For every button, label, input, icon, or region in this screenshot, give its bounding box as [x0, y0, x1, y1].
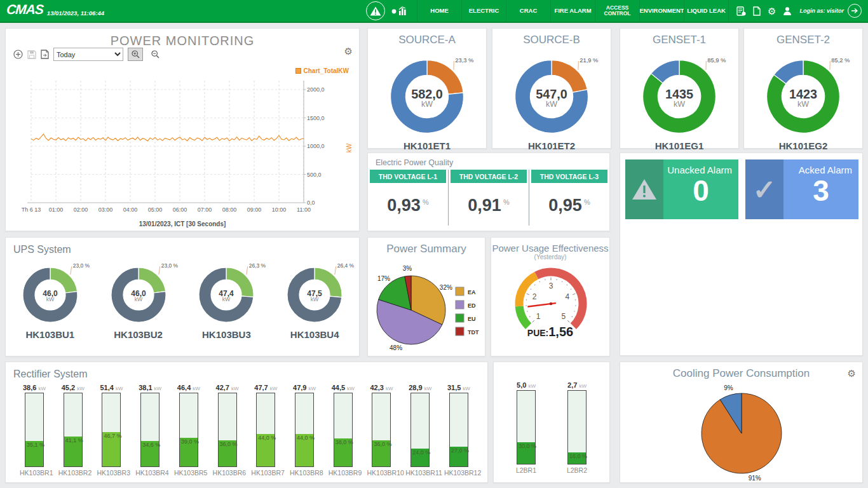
header-icon-group: ⚙	[728, 0, 799, 22]
svg-text:48%: 48%	[390, 344, 402, 351]
bar-gauge: 30,0 %	[517, 390, 536, 464]
warning-triangle-icon	[625, 159, 663, 219]
svg-text:85,9 %: 85,9 %	[707, 57, 726, 64]
bar-percent: 41,1 %	[65, 437, 83, 444]
svg-text:582,0: 582,0	[411, 87, 442, 101]
bar-gauge: 39,0 %	[179, 393, 198, 467]
unacked-alarm-count: 0	[663, 173, 738, 208]
source-b-panel: SOURCE-B 21,9 %547,0kW HK101ET2	[492, 28, 611, 149]
add-circle-icon[interactable]	[13, 50, 23, 59]
bar-percent: 30,0 %	[519, 443, 536, 449]
acked-alarm-card[interactable]: ✓ Acked Alarm 3	[745, 159, 858, 219]
svg-text:08:00: 08:00	[222, 207, 237, 213]
nav-item-electric[interactable]: ELECTRIC	[461, 0, 506, 22]
ups-system-panel: UPS System 23,0 %46,0kW HK103BU1 23,0 %4…	[5, 237, 360, 356]
zoom-in-button[interactable]	[128, 48, 143, 61]
bar-device-label: L2BR2	[562, 466, 592, 474]
svg-text:17%: 17%	[377, 275, 390, 282]
svg-text:2: 2	[532, 292, 537, 301]
svg-text:06:00: 06:00	[173, 207, 187, 213]
bar-device-label: HK103BR7	[251, 469, 280, 477]
bar-percent: 46,7 %	[104, 433, 121, 439]
unacked-alarm-card[interactable]: Unacked Alarm 0	[625, 159, 738, 219]
logout-button[interactable]	[848, 4, 862, 18]
document-icon[interactable]	[753, 6, 761, 16]
bar-kw-value: 38,1 kW	[135, 384, 165, 391]
bar-HK103BR11: 28,9 kW24,0 %HK103BR11	[405, 384, 435, 477]
pue-subtitle: (Yesterday)	[491, 254, 609, 261]
ups-donut-row: 23,0 %46,0kW HK103BU1 23,0 %46,0kW HK103…	[6, 257, 359, 340]
date-range-select[interactable]: Today	[53, 48, 123, 61]
bar-HK103BR5: 46,4 kW39,0 %HK103BR5	[174, 384, 203, 477]
bar-kw-value: 47,7 kW	[251, 384, 280, 391]
bar-HK103BR7: 47,7 kW44,0 %HK103BR7	[251, 384, 280, 477]
thd-l2: THD VOLTAGE L-2 0,91%	[448, 170, 529, 226]
svg-text:3%: 3%	[403, 265, 412, 272]
bar-HK103BR9: 44,5 kW38,0 %HK103BR9	[329, 384, 358, 477]
svg-text:kW: kW	[346, 143, 353, 152]
svg-text:10:00: 10:00	[272, 207, 287, 213]
bar-kw-value: 44,5 kW	[329, 384, 358, 391]
bar-percent: 24,0 %	[412, 449, 430, 456]
ups-1-donut: 23,0 %46,0kW	[6, 257, 94, 328]
bar-kw-value: 46,4 kW	[174, 384, 203, 391]
nav-item-crac[interactable]: CRAC	[506, 0, 550, 22]
report-icon[interactable]	[736, 6, 746, 16]
bar-gauge: 36,0 %	[372, 393, 391, 467]
svg-text:2000,0: 2000,0	[307, 86, 325, 93]
nav-item-access-control[interactable]: ACCESS CONTROL	[595, 0, 639, 22]
thd-l3-value: 0,95	[548, 196, 582, 215]
ups-4: 26,4 %47,5kW HK103BU4	[271, 257, 358, 340]
power-monitoring-title: POWER MONITORING	[6, 34, 359, 48]
svg-text:02:00: 02:00	[74, 207, 88, 213]
genset-2-device: HK101EG2	[744, 140, 862, 151]
svg-text:23,0 %: 23,0 %	[72, 262, 90, 269]
svg-text:09:00: 09:00	[247, 207, 262, 213]
svg-text:ED: ED	[468, 302, 476, 309]
save-icon[interactable]	[27, 50, 36, 59]
thd-l3: THD VOLTAGE L-3 0,95%	[529, 170, 609, 226]
user-icon[interactable]	[783, 6, 792, 16]
svg-text:0,0: 0,0	[307, 200, 315, 206]
acked-alarm-body: Acked Alarm 3	[783, 159, 858, 219]
nav-item-environment[interactable]: ENVIRONMENT	[639, 0, 684, 22]
pue-title: Power Usage Effectiveness	[491, 238, 609, 254]
nav-item-home[interactable]: HOME	[417, 0, 461, 22]
legend-swatch	[295, 68, 301, 74]
chart-settings-gear-icon[interactable]: ⚙	[344, 46, 353, 56]
bar-percent: 36,0 %	[220, 441, 238, 447]
svg-text:11:00: 11:00	[297, 207, 311, 213]
source-a-donut: 23,3 %582,0kW	[368, 46, 486, 139]
svg-text:23,3 %: 23,3 %	[455, 57, 473, 64]
bar-percent: 34,6 %	[142, 442, 160, 448]
source-a-device: HK101ET1	[368, 140, 486, 151]
legend-series-name: Chart_TotalKW	[304, 67, 349, 74]
bar-HK103BR12: 31,5 kW27,0 %HK103BR12	[444, 384, 473, 477]
svg-text:3: 3	[549, 281, 553, 290]
alarm-triangle-button[interactable]	[366, 1, 385, 20]
bar-device-label: HK103BR6	[213, 469, 242, 477]
svg-text:kW: kW	[546, 100, 557, 109]
status-chart-icon[interactable]	[391, 0, 408, 22]
ups-1: 23,0 %46,0kW HK103BU1	[6, 257, 94, 340]
genset-1-title: GENSET-1	[620, 29, 738, 46]
power-summary-pie: 32%48%17%3%EAEDEUTDT	[368, 255, 485, 358]
zoom-out-button[interactable]	[147, 48, 163, 61]
svg-text:kW: kW	[46, 296, 54, 302]
svg-text:500,0: 500,0	[307, 172, 322, 178]
alarm-triangle-icon	[370, 6, 381, 16]
nav-item-liquid-leak[interactable]: LIQUID LEAK	[684, 0, 728, 22]
genset-1-donut: 85,9 %1435kW	[620, 46, 738, 139]
settings-icon[interactable]: ⚙	[768, 6, 776, 16]
nav-item-fire-alarm[interactable]: FIRE ALARM	[550, 0, 595, 22]
source-b-title: SOURCE-B	[492, 29, 611, 46]
bar-kw-value: 38,6 kW	[20, 384, 49, 391]
bar-device-label: HK103BR9	[329, 469, 358, 477]
genset-1-panel: GENSET-1 85,9 %1435kW HK101EG1	[620, 28, 739, 149]
unacked-alarm-body: Unacked Alarm 0	[663, 159, 738, 219]
export-page-icon[interactable]	[41, 50, 49, 59]
cooling-settings-gear-icon[interactable]: ⚙	[848, 369, 856, 378]
bar-HK103BR10: 42,3 kW36,0 %HK103BR10	[367, 384, 396, 477]
bar-kw-value: 2,7 kW	[562, 381, 592, 389]
bar-kw-value: 47,9 kW	[290, 384, 319, 391]
